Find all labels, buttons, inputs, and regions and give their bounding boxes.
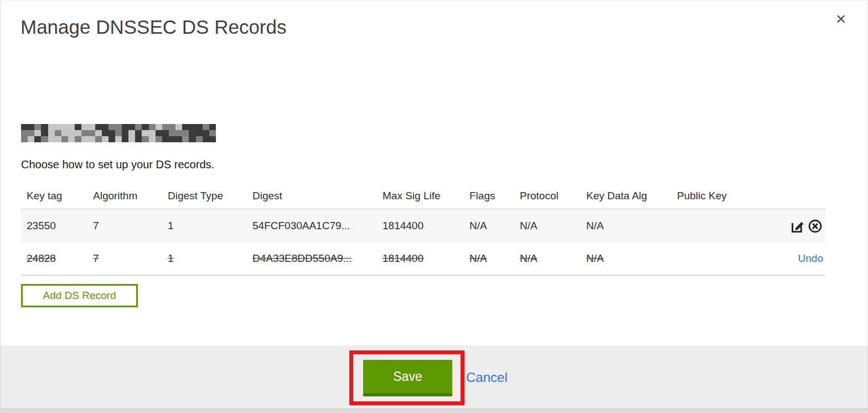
edit-icon[interactable] xyxy=(789,218,805,234)
cell-digest: D4A33E8DD550A9... xyxy=(247,252,377,265)
cell-max-sig-life: 1814400 xyxy=(377,220,464,232)
instruction-text: Choose how to set up your DS records. xyxy=(21,158,214,171)
cell-algorithm: 7 xyxy=(87,220,162,232)
col-header-protocol: Protocol xyxy=(514,190,581,202)
table-row: 23550 7 1 54FCF030AA1C79... 1814400 N/A … xyxy=(21,209,825,242)
cell-key-data-alg: N/A xyxy=(581,220,671,232)
col-header-public-key: Public Key xyxy=(671,190,757,202)
close-icon[interactable]: ✕ xyxy=(835,13,846,26)
cell-digest: 54FCF030AA1C79... xyxy=(247,220,377,232)
cell-flags: N/A xyxy=(464,252,514,265)
undo-link[interactable]: Undo xyxy=(798,252,823,265)
cancel-link[interactable]: Cancel xyxy=(466,370,508,385)
row-actions xyxy=(757,218,825,234)
page-title: Manage DNSSEC DS Records xyxy=(20,16,286,38)
cell-digest-type: 1 xyxy=(162,220,247,232)
table-row-deleted: 24828 7 1 D4A33E8DD550A9... 1814400 N/A … xyxy=(21,242,825,276)
cell-key-tag: 24828 xyxy=(21,252,87,265)
window-bottom-edge xyxy=(1,409,867,413)
cell-protocol: N/A xyxy=(514,220,581,232)
cell-max-sig-life: 1814400 xyxy=(377,252,464,265)
col-header-algorithm: Algorithm xyxy=(87,190,162,202)
add-ds-record-button[interactable]: Add DS Record xyxy=(21,284,138,307)
ds-records-table: Key tag Algorithm Digest Type Digest Max… xyxy=(21,183,825,276)
cell-key-data-alg: N/A xyxy=(581,252,671,265)
cell-algorithm: 7 xyxy=(87,252,162,265)
cell-flags: N/A xyxy=(464,220,514,232)
row-actions: Undo xyxy=(757,252,825,265)
cell-digest-type: 1 xyxy=(162,252,247,265)
table-header-row: Key tag Algorithm Digest Type Digest Max… xyxy=(21,183,825,209)
col-header-digest-type: Digest Type xyxy=(162,190,247,202)
save-button[interactable]: Save xyxy=(363,360,452,396)
col-header-key-data-alg: Key Data Alg xyxy=(581,190,671,202)
delete-icon[interactable] xyxy=(807,218,823,234)
cell-protocol: N/A xyxy=(514,252,581,265)
col-header-key-tag: Key tag xyxy=(21,190,87,202)
redacted-domain-name xyxy=(21,124,216,142)
manage-dnssec-modal: Manage DNSSEC DS Records ✕ Choose how to… xyxy=(0,0,868,413)
col-header-max-sig-life: Max Sig Life xyxy=(377,190,464,202)
col-header-digest: Digest xyxy=(247,190,377,202)
cell-key-tag: 23550 xyxy=(21,220,87,232)
col-header-flags: Flags xyxy=(464,190,514,202)
